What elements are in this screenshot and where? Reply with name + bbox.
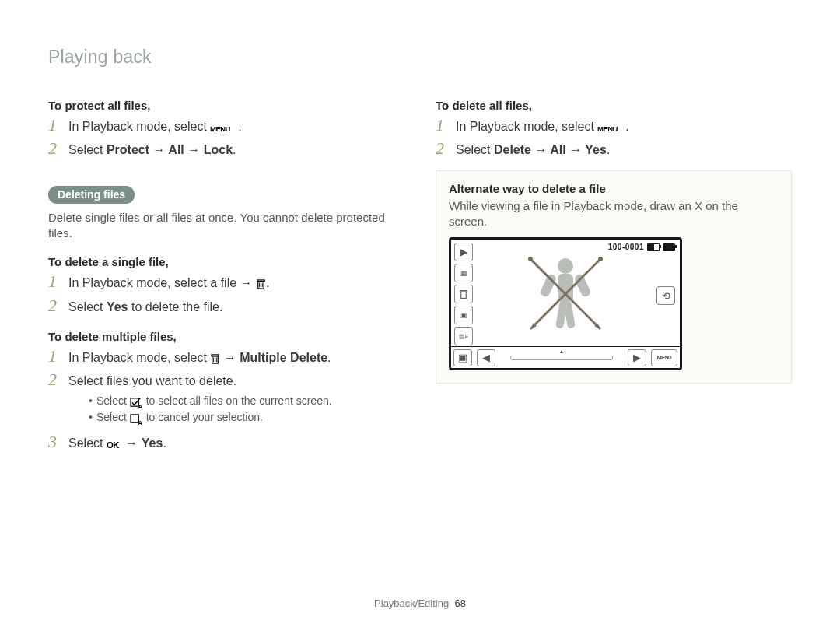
text: In Playback mode, select [456,120,597,133]
info-icon: ▦ [454,264,473,282]
svg-rect-7 [212,355,219,356]
step-text: Select OK → Yes. [68,435,404,454]
text: Select [68,436,107,450]
progress-bar [510,356,613,360]
playback-mode-icon: ▶ [454,243,473,261]
step-number: 2 [48,371,61,388]
step: 2 Select files you want to delete. Selec… [48,371,404,430]
page: Playing back To protect all files, 1 In … [0,0,840,634]
step-number: 1 [436,117,448,134]
bold: Multiple Delete [240,351,327,364]
bullet: Select A to select all files on the curr… [89,394,404,411]
step: 2 Select Yes to delete the file. [48,297,404,316]
step-text: In Playback mode, select a file → . [68,275,404,293]
heading-protect-all: To protect all files, [48,99,404,112]
trash-icon [454,285,473,303]
step-text: Select Delete → All → Yes. [456,142,792,159]
steps-delete-all: 1 In Playback mode, select MENU . 2 Sele… [436,117,792,159]
step-number: 2 [48,297,61,314]
step-text: In Playback mode, select MENU . [456,118,792,137]
text: Select [68,143,107,156]
step: 2 Select Delete → All → Yes. [436,140,792,159]
step-text: In Playback mode, select MENU . [68,118,404,137]
menu-icon: MENU [597,120,625,137]
step-text: Select files you want to delete. Select … [68,373,404,430]
period: . [238,120,241,133]
step-number: 2 [48,140,61,157]
page-footer: Playback/Editing 68 [0,597,840,609]
text: Select files you want to delete. [68,374,236,387]
battery-icon [663,243,675,251]
step-number: 1 [48,117,61,134]
sub-bullets: Select A to select all files on the curr… [89,394,404,427]
svg-text:OK: OK [107,440,120,450]
svg-point-30 [598,257,603,261]
screen-bottom-bar: ▣ ◀ ▶ MENU [451,346,680,368]
screen-left-icons: ▶ ▦ ▣ ▤E [454,243,473,345]
arrow: → [220,351,240,364]
step-text: Select Protect → All → Lock. [68,142,404,159]
step: 3 Select OK → Yes. [48,433,404,454]
step: 1 In Playback mode, select → Multiple De… [48,348,404,368]
slideshow-icon: ▣ [454,306,473,324]
text: In Playback mode, select [68,120,210,133]
period: . [163,436,166,450]
heading-delete-multiple: To delete multiple files, [48,330,404,343]
progress-area [498,356,625,360]
step-number: 1 [48,348,61,365]
prev-icon: ◀ [477,349,495,366]
callout-heading: Alternate way to delete a file [449,182,779,195]
text: Select [456,143,494,156]
svg-point-29 [528,257,533,261]
file-number: 100-0001 [608,243,644,251]
text: to cancel your selection. [146,411,263,423]
bold: Yes [107,300,128,313]
svg-rect-2 [257,280,264,282]
deleting-description: Delete single files or all files at once… [48,210,404,242]
period: . [327,351,331,364]
text: In Playback mode, select a file → [68,276,256,289]
step-number: 3 [48,433,61,450]
step: 1 In Playback mode, select MENU . [436,117,792,137]
svg-text:A: A [138,403,142,408]
text: Select [96,394,130,407]
column-left: To protect all files, 1 In Playback mode… [48,85,404,464]
step: 1 In Playback mode, select a file → . [48,273,404,293]
step: 1 In Playback mode, select MENU . [48,117,404,137]
menu-icon: MENU [210,120,238,137]
text: to delete the file. [128,300,223,313]
section-title: Playing back [48,47,792,68]
svg-point-19 [558,258,573,274]
heading-delete-all: To delete all files, [436,99,792,112]
callout-alternate-delete: Alternate way to delete a file While vie… [436,170,792,384]
text: In Playback mode, select [68,351,210,364]
select-all-icon: A [130,395,143,411]
period: . [607,143,610,156]
menu-path: Delete → All → Yes [494,143,607,156]
bold: Yes [142,436,163,450]
svg-rect-18 [460,290,467,292]
svg-rect-17 [461,292,467,298]
deselect-icon: A [130,412,143,427]
heading-delete-single: To delete a single file, [48,255,404,268]
menu-icon: MENU [651,349,677,366]
steps-delete-single: 1 In Playback mode, select a file → . 2 … [48,273,404,316]
period: . [625,120,628,133]
svg-text:MENU: MENU [597,124,618,133]
step-number: 2 [436,140,448,157]
screen-main-area: ▶ ▦ ▣ ▤E 100-0001 [451,240,680,349]
svg-text:MENU: MENU [210,124,231,133]
steps-protect-all: 1 In Playback mode, select MENU . 2 Sele… [48,117,404,159]
step-number: 1 [48,273,61,290]
arrow: → [122,436,142,450]
text: to select all files on the current scree… [146,394,332,407]
step-text: Select Yes to delete the file. [68,299,404,316]
svg-text:A: A [138,419,142,425]
image-with-x-gesture [519,247,612,341]
steps-delete-multiple: 1 In Playback mode, select → Multiple De… [48,348,404,454]
memory-icon [647,243,660,251]
callout-text: While viewing a file in Playback mode, d… [449,198,779,230]
trash-icon [210,351,220,368]
column-right: To delete all files, 1 In Playback mode,… [436,85,792,464]
pill-deleting-files: Deleting files [48,186,135,204]
